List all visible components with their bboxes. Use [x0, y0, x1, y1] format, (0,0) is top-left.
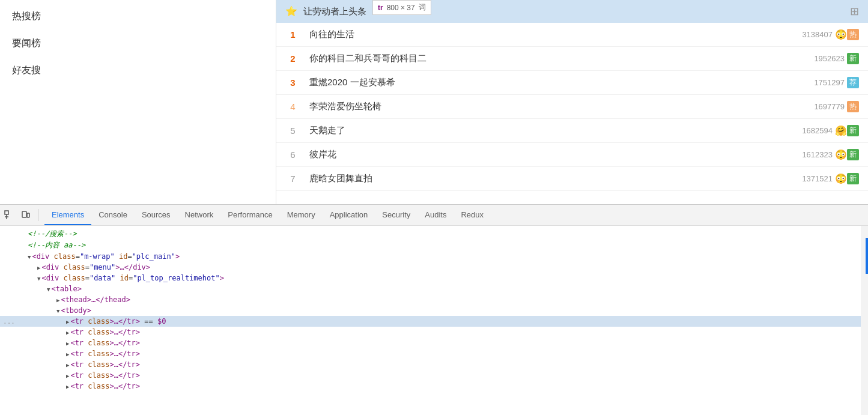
collapse-icon-8[interactable]: [56, 308, 59, 314]
badge-5: 新: [847, 125, 859, 136]
svg-rect-3: [22, 211, 26, 217]
code-line-12[interactable]: <tr class>…</tr>: [0, 348, 868, 359]
tag-close-12: >…</tr>: [109, 350, 140, 358]
header-star-icon: ⭐: [285, 5, 297, 17]
attr-val-class-5: "data": [90, 274, 115, 282]
devtools-tabs: Elements Console Sources Network Perform…: [44, 205, 491, 225]
tag-8: <tbody>: [61, 306, 91, 315]
collapse-icon-15[interactable]: [66, 384, 69, 390]
tag-6: <table>: [51, 285, 82, 293]
code-line-10[interactable]: <tr class>…</tr>: [0, 327, 868, 338]
attr-id-5: id: [120, 274, 129, 282]
tag-close-4: >…</div>: [115, 263, 150, 271]
hot-item-4[interactable]: 4 李荣浩爱伤坐轮椅 1697779 热: [276, 95, 868, 119]
webpage-area: 热搜榜 要闻榜 好友搜 tr 800 × 37 词 ⭐ 让劳动者上头条 ⊞ 1 …: [0, 0, 868, 204]
collapse-icon-4[interactable]: [37, 265, 40, 271]
collapse-icon-9[interactable]: [66, 319, 69, 325]
inspect-icon[interactable]: [3, 209, 15, 221]
sidebar-item-news[interactable]: 要闻榜: [0, 30, 276, 57]
tag-close-14: >…</tr>: [109, 371, 140, 380]
tab-security[interactable]: Security: [375, 205, 417, 225]
device-icon[interactable]: [20, 209, 32, 221]
count-6: 1612323: [802, 150, 833, 159]
scrollbar[interactable]: [861, 226, 868, 415]
code-line-6[interactable]: <table>: [0, 283, 868, 294]
grid-icon: ⊞: [850, 5, 859, 18]
count-4: 1697779: [814, 102, 845, 111]
rank-4: 4: [285, 101, 300, 112]
code-line-15[interactable]: <tr class>…</tr>: [0, 381, 868, 392]
badge-3: 荐: [847, 77, 859, 88]
attr-class-10: class: [88, 328, 109, 336]
toolbar-icons: [3, 209, 38, 221]
collapse-icon-11[interactable]: [66, 341, 69, 347]
code-content-9: <tr class>…</tr> == $0: [66, 317, 166, 326]
hot-item-7[interactable]: 7 鹿晗女团舞直拍 1371521 😳 新: [276, 167, 868, 191]
attr-class-12: class: [88, 350, 109, 358]
rank-7: 7: [285, 174, 300, 184]
tab-elements[interactable]: Elements: [44, 205, 91, 225]
attr-class-14: class: [88, 371, 109, 380]
collapse-icon-5[interactable]: [37, 276, 40, 282]
code-content-15: <tr class>…</tr>: [66, 382, 140, 390]
collapse-icon-13[interactable]: [66, 362, 69, 368]
rank-2: 2: [285, 53, 300, 64]
code-line-13[interactable]: <tr class>…</tr>: [0, 359, 868, 370]
sidebar: 热搜榜 要闻榜 好友搜: [0, 0, 276, 204]
tab-console[interactable]: Console: [91, 205, 135, 225]
code-line-14[interactable]: <tr class>…</tr>: [0, 370, 868, 381]
rank-1: 1: [285, 29, 300, 40]
hot-item-5[interactable]: 5 天鹅走了 1682594 🤗 新: [276, 119, 868, 143]
hot-item-2[interactable]: 2 你的科目二和兵哥哥的科目二 1952623 新: [276, 47, 868, 71]
tab-performance[interactable]: Performance: [220, 205, 279, 225]
tab-application[interactable]: Application: [323, 205, 375, 225]
code-line-7[interactable]: <thead>…</thead>: [0, 294, 868, 305]
tab-memory[interactable]: Memory: [280, 205, 323, 225]
count-1: 3138407: [802, 30, 833, 39]
hot-item-1[interactable]: 1 向往的生活 3138407 😳 热: [276, 23, 868, 47]
tag-close-11: >…</tr>: [109, 339, 140, 347]
count-7: 1371521: [802, 174, 833, 183]
devtools-content[interactable]: <!--/搜索--> <!--内容 aa--> <div class="m-wr…: [0, 226, 868, 415]
tag-10: <tr: [70, 328, 88, 336]
tab-sources[interactable]: Sources: [135, 205, 178, 225]
code-line-11[interactable]: <tr class>…</tr>: [0, 338, 868, 348]
code-line-5[interactable]: <div class="data" id="pl_top_realtimehot…: [0, 273, 868, 283]
badge-4: 热: [847, 101, 859, 112]
tag-9: <tr: [70, 317, 88, 326]
tag-7: <thead>…</thead>: [61, 295, 130, 304]
attr-class-15: class: [88, 382, 109, 390]
collapse-icon-7[interactable]: [56, 297, 59, 303]
title-5: 天鹅走了: [309, 125, 797, 136]
scrollbar-thumb[interactable]: [866, 238, 868, 274]
rank-5: 5: [285, 126, 300, 136]
attr-val-class-3: "m-wrap": [80, 252, 115, 261]
tab-redux[interactable]: Redux: [454, 205, 491, 225]
devtools-toolbar: Elements Console Sources Network Perform…: [0, 205, 868, 226]
sidebar-item-hot[interactable]: 热搜榜: [0, 3, 276, 30]
code-line-9[interactable]: ... <tr class>…</tr> == $0: [0, 316, 868, 327]
tab-network[interactable]: Network: [178, 205, 221, 225]
tag-close-5: >: [220, 274, 224, 282]
hot-item-6[interactable]: 6 彼岸花 1612323 😳 新: [276, 143, 868, 167]
code-line-3[interactable]: <div class="m-wrap" id="plc_main">: [0, 251, 868, 262]
collapse-icon-10[interactable]: [66, 330, 69, 336]
tab-audits[interactable]: Audits: [417, 205, 454, 225]
tag-close-9a: >…</tr>: [109, 317, 140, 326]
tag-close-10: >…</tr>: [109, 328, 140, 336]
code-line-4[interactable]: <div class="menu">…</div>: [0, 262, 868, 273]
collapse-icon-6[interactable]: [47, 286, 50, 292]
triangle-3: <div class="m-wrap" id="plc_main">: [28, 252, 180, 261]
dollar-zero: $0: [157, 317, 166, 326]
collapse-icon-14[interactable]: [66, 373, 69, 379]
sidebar-item-friend[interactable]: 好友搜: [0, 57, 276, 84]
hot-list: ⭐ 让劳动者上头条 ⊞ 1 向往的生活 3138407 😳 热 2 你的科目二和…: [276, 0, 868, 204]
code-line-8[interactable]: <tbody>: [0, 305, 868, 316]
collapse-icon-12[interactable]: [66, 351, 69, 357]
collapse-icon-3[interactable]: [28, 254, 31, 260]
hot-item-3[interactable]: 3 重燃2020 一起安慕希 1751297 荐: [276, 71, 868, 95]
tag-close-13: >…</tr>: [109, 360, 140, 369]
code-content-13: <tr class>…</tr>: [66, 360, 140, 369]
tag-5: <div: [41, 274, 63, 282]
title-7: 鹿晗女团舞直拍: [309, 173, 797, 184]
